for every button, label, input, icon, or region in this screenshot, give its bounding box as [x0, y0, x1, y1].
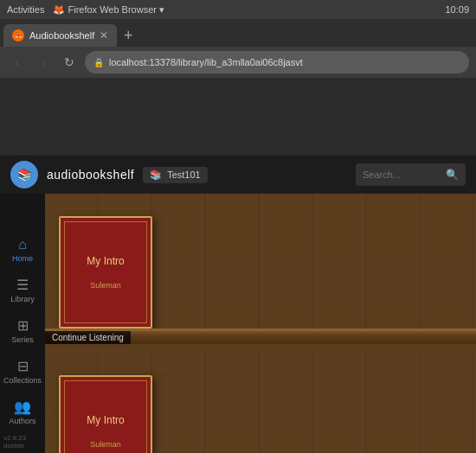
back-button[interactable]: ‹ — [7, 52, 28, 73]
forward-button[interactable]: › — [33, 52, 54, 73]
library-name: Test101 — [167, 169, 201, 180]
app-header: 📚 audiobookshelf 📚 Test101 🔍 — [0, 156, 476, 194]
collections-icon: ⊟ — [17, 358, 29, 374]
book-title-continue: My Intro — [87, 255, 124, 267]
search-input[interactable] — [363, 169, 441, 180]
recently-added-section: My Intro Suleman Recently Added — [45, 353, 476, 453]
sidebar-label-home: Home — [12, 254, 33, 263]
new-tab-button[interactable]: + — [117, 24, 139, 47]
sidebar-label-authors: Authors — [9, 417, 35, 425]
sidebar: ⌂ Home ☰ Library ⊞ Series ⊟ Collections … — [0, 194, 45, 453]
book-card-continue[interactable]: My Intro Suleman — [59, 216, 152, 329]
version-text: v2.8.23docker — [3, 434, 26, 450]
browser-label: 🦊 Firefox Web Browser ▾ — [53, 4, 164, 16]
activities-label[interactable]: Activities — [7, 4, 44, 15]
nav-bar: ‹ › ↻ 🔒 localhost:13378/library/lib_a3ml… — [0, 47, 476, 78]
shelf-background: My Intro Suleman Continue Listening My I… — [45, 194, 476, 453]
library-icon: 📚 — [150, 169, 162, 181]
url-text: localhost:13378/library/lib_a3mlla0ai06c… — [109, 57, 303, 67]
shelf-gap-1 — [45, 344, 476, 353]
sidebar-item-library[interactable]: ☰ Library — [3, 271, 42, 309]
sidebar-item-collections[interactable]: ⊟ Collections — [3, 353, 42, 390]
system-bar: Activities 🦊 Firefox Web Browser ▾ 10:09 — [0, 0, 476, 19]
system-bar-left: Activities 🦊 Firefox Web Browser ▾ — [7, 4, 164, 16]
continue-listening-label: Continue Listening — [45, 331, 131, 344]
sidebar-label-library: Library — [10, 295, 35, 303]
sidebar-item-home[interactable]: ⌂ Home — [3, 232, 42, 268]
book-title-recent: My Intro — [87, 414, 124, 426]
lock-icon: 🔒 — [93, 58, 104, 67]
main-content: My Intro Suleman Continue Listening My I… — [45, 194, 476, 453]
tab-bar: 🦊 Audiobookshelf ✕ + — [0, 19, 476, 47]
continue-listening-row: My Intro Suleman — [59, 207, 462, 329]
address-bar[interactable]: 🔒 localhost:13378/library/lib_a3mlla0ai0… — [85, 51, 469, 73]
series-icon: ⊞ — [17, 317, 29, 334]
home-icon: ⌂ — [18, 237, 27, 252]
authors-icon: 👥 — [14, 399, 31, 415]
sidebar-label-series: Series — [11, 335, 34, 344]
book-author-recent: Suleman — [90, 440, 121, 449]
app-logo: 📚 — [10, 161, 38, 188]
search-icon: 🔍 — [446, 169, 459, 181]
library-nav-icon: ☰ — [16, 277, 29, 293]
tab-close-button[interactable]: ✕ — [100, 29, 108, 41]
book-card-recent[interactable]: My Intro Suleman — [59, 375, 152, 453]
tab-favicon: 🦊 — [12, 29, 24, 41]
search-box[interactable]: 🔍 — [356, 163, 466, 186]
library-selector[interactable]: 📚 Test101 — [143, 167, 208, 183]
logo-icon: 📚 — [17, 168, 32, 182]
app-wrapper: 📚 audiobookshelf 📚 Test101 🔍 ⌂ Home ☰ Li… — [0, 78, 476, 453]
book-author-continue: Suleman — [90, 281, 121, 290]
refresh-button[interactable]: ↻ — [59, 52, 80, 73]
sidebar-label-collections: Collections — [3, 376, 42, 385]
sidebar-item-authors[interactable]: 👥 Authors — [3, 393, 42, 431]
tab-title: Audiobookshelf — [29, 30, 94, 41]
system-time: 10:09 — [445, 4, 469, 15]
sidebar-item-series[interactable]: ⊞ Series — [3, 312, 42, 349]
continue-listening-section: My Intro Suleman Continue Listening — [45, 194, 476, 344]
recently-added-row: My Intro Suleman — [59, 367, 462, 453]
active-tab[interactable]: 🦊 Audiobookshelf ✕ — [3, 24, 117, 47]
app-name: audiobookshelf — [47, 168, 134, 182]
